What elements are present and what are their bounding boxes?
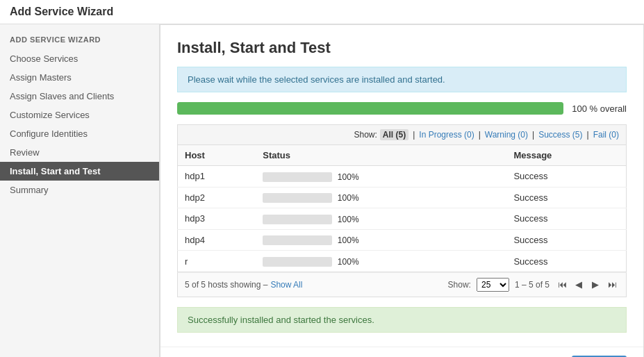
bottom-bar: Next → [160, 347, 643, 357]
cell-status: 100% [256, 166, 506, 188]
show-all-link[interactable]: Show All [270, 280, 302, 290]
footer-left: 5 of 5 hosts showing – Show All [185, 280, 302, 290]
sidebar-item-assign-masters[interactable]: Assign Masters [0, 68, 159, 87]
show-count-select[interactable]: 25 50 100 [477, 278, 509, 292]
sidebar-item-customize-services[interactable]: Customize Services [0, 106, 159, 124]
pagination-info: 1 – 5 of 5 [515, 280, 550, 290]
col-host: Host [178, 145, 256, 166]
app-title: Add Service Wizard [10, 6, 113, 17]
show-select: 25 50 100 [477, 278, 509, 292]
filter-all[interactable]: All (5) [380, 129, 408, 140]
cell-message: Success [506, 229, 626, 251]
sidebar-item-summary[interactable]: Summary [0, 181, 159, 199]
cell-message: Success [506, 187, 626, 208]
show-label: Show: [448, 280, 471, 290]
table-row: hdp4 100% Success [178, 229, 627, 251]
overall-progress-label: 100 % overall [572, 103, 627, 114]
success-banner: Successfully installed and started the s… [177, 307, 627, 333]
cell-message: Success [506, 166, 626, 188]
page-title: Add Service Wizard [0, 0, 644, 24]
sidebar-item-install-start-test[interactable]: Install, Start and Test [0, 162, 159, 181]
sidebar-header: ADD SERVICE WIZARD [0, 31, 159, 49]
table-row: hdp2 100% Success [178, 187, 627, 208]
hosts-showing-text: 5 of 5 hosts showing – [185, 280, 267, 290]
row-progress-bar-outer [263, 193, 332, 203]
cell-host: hdp4 [178, 229, 256, 251]
pagination-controls: ⏮ ◀ ▶ ⏭ [555, 278, 619, 292]
filter-in-progress[interactable]: In Progress (0) [419, 130, 474, 140]
cell-message: Success [506, 208, 626, 230]
table-footer: 5 of 5 hosts showing – Show All Show: 25… [177, 272, 627, 297]
row-progress-pct: 100% [338, 257, 359, 267]
cell-status: 100% [256, 187, 506, 208]
overall-progress-bar-outer [177, 102, 563, 115]
cell-host: r [178, 251, 256, 272]
overall-progress-bar-inner [177, 102, 563, 115]
row-progress-pct: 100% [338, 193, 359, 203]
sidebar: ADD SERVICE WIZARD Choose Services Assig… [0, 24, 160, 357]
cell-host: hdp3 [178, 208, 256, 230]
content-title: Install, Start and Test [177, 39, 627, 57]
sidebar-item-review[interactable]: Review [0, 143, 159, 162]
sidebar-item-configure-identities[interactable]: Configure Identities [0, 124, 159, 143]
sidebar-item-assign-slaves[interactable]: Assign Slaves and Clients [0, 87, 159, 106]
row-progress-bar-outer [263, 215, 332, 224]
col-status: Status [256, 145, 506, 166]
cell-status: 100% [256, 229, 506, 251]
last-page-button[interactable]: ⏭ [605, 278, 619, 292]
row-progress-bar-outer [263, 235, 332, 245]
filter-warning[interactable]: Warning (0) [485, 130, 528, 140]
row-progress-bar-outer [263, 257, 332, 267]
cell-status: 100% [256, 251, 506, 272]
row-progress-pct: 100% [338, 215, 359, 224]
row-progress-bar-outer [263, 172, 332, 182]
sidebar-item-choose-services[interactable]: Choose Services [0, 49, 159, 68]
next-page-button[interactable]: ▶ [588, 278, 602, 292]
footer-right: Show: 25 50 100 1 – 5 of 5 ⏮ ◀ ▶ ⏭ [448, 278, 619, 292]
prev-page-button[interactable]: ◀ [572, 278, 586, 292]
first-page-button[interactable]: ⏮ [555, 278, 569, 292]
filter-bar: Show: All (5) | In Progress (0) | Warnin… [177, 124, 627, 144]
table-row: hdp1 100% Success [178, 166, 627, 188]
hosts-table: Host Status Message hdp1 100% Success hd… [177, 144, 627, 272]
row-progress-pct: 100% [338, 235, 359, 245]
filter-show-label: Show: [354, 130, 377, 140]
info-banner: Please wait while the selected services … [177, 67, 627, 92]
cell-status: 100% [256, 208, 506, 230]
col-message: Message [506, 145, 626, 166]
overall-progress-row: 100 % overall [177, 102, 627, 115]
filter-success[interactable]: Success (5) [538, 130, 582, 140]
table-row: r 100% Success [178, 251, 627, 272]
cell-host: hdp2 [178, 187, 256, 208]
row-progress-pct: 100% [338, 172, 359, 182]
table-row: hdp3 100% Success [178, 208, 627, 230]
cell-host: hdp1 [178, 166, 256, 188]
cell-message: Success [506, 251, 626, 272]
filter-fail[interactable]: Fail (0) [593, 130, 619, 140]
content-area: Install, Start and Test Please wait whil… [160, 25, 643, 347]
